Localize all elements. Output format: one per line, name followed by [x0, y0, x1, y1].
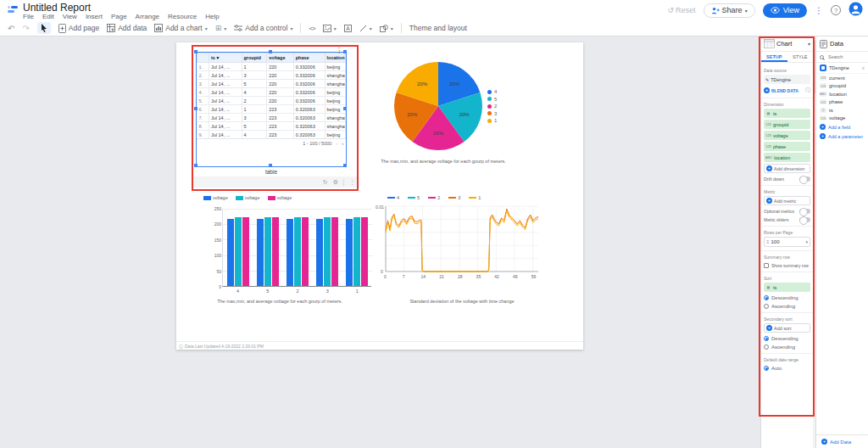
add-parameter-link[interactable]: + Add a parameter — [816, 132, 868, 141]
undo-button[interactable]: ↶ — [8, 24, 14, 33]
secondary-descending-radio[interactable] — [764, 336, 769, 341]
sort-descending-radio[interactable] — [764, 295, 769, 300]
view-button[interactable]: View — [763, 3, 807, 18]
legend-item-5[interactable]: 5 — [487, 97, 497, 102]
field-voltage[interactable]: 123voltage — [816, 115, 868, 123]
report-canvas-page[interactable]: ⋮ ts ▾groupidvoltagephaselocation 1.Jul … — [176, 42, 583, 350]
table-chart[interactable]: ts ▾groupidvoltagephaselocation 1.Jul 14… — [197, 53, 346, 148]
avatar[interactable] — [849, 2, 863, 20]
add-data-button[interactable]: Add data — [107, 24, 147, 32]
metric-sliders-toggle[interactable] — [799, 217, 810, 222]
show-summary-row-checkbox[interactable] — [764, 263, 769, 268]
sort-ascending-radio[interactable] — [764, 304, 769, 309]
add-chart-button[interactable]: Add a chart▾ — [154, 24, 208, 32]
blend-data-link[interactable]: + BLEND DATA ⓘ — [764, 87, 810, 94]
dimension-chip-ts[interactable]: ▦ts — [764, 109, 810, 118]
menu-arrange[interactable]: Arrange — [136, 13, 159, 20]
column-header-voltage[interactable]: voltage — [267, 53, 294, 63]
line-legend-item-2[interactable]: 2 — [428, 195, 440, 200]
selection-handle[interactable] — [343, 50, 347, 53]
field-ts[interactable]: ◷ts — [816, 106, 868, 115]
line-tool-button[interactable]: ▾ — [359, 25, 372, 32]
community-visualizations-button[interactable]: ⊞▾ — [215, 24, 227, 32]
data-source-row[interactable]: TDengine ≡ — [816, 63, 868, 74]
shape-tool-button[interactable]: ▾ — [380, 25, 393, 32]
selection-handle[interactable] — [194, 107, 198, 110]
add-page-button[interactable]: Add page — [58, 24, 99, 33]
bar-legend-item-0[interactable]: voltage — [203, 195, 228, 200]
field-current[interactable]: 123current — [816, 74, 868, 82]
dimension-chip-location[interactable]: ABClocation — [764, 153, 810, 162]
redo-button[interactable]: ↷ — [22, 24, 29, 33]
bar-legend-item-1[interactable]: voltage — [236, 195, 260, 200]
column-header-location[interactable]: location — [325, 53, 346, 63]
collapse-fields-icon[interactable]: ≡ — [862, 65, 865, 70]
legend-item-1[interactable]: 1 — [487, 118, 497, 123]
drill-down-toggle[interactable] — [799, 176, 810, 182]
field-search[interactable] — [816, 52, 868, 63]
embed-url-button[interactable]: <> — [309, 25, 314, 32]
add-sort-button[interactable]: + Add sort — [764, 323, 810, 333]
reset-button[interactable]: ↺ Reset — [668, 6, 696, 14]
report-title[interactable]: Untitled Report — [23, 2, 91, 14]
tab-setup[interactable]: SETUP — [761, 52, 787, 62]
gear-icon[interactable]: ⚙ — [333, 179, 338, 186]
refresh-icon[interactable]: ↻ — [323, 179, 328, 186]
bar-legend-item-2[interactable]: voltage — [268, 195, 292, 200]
menu-file[interactable]: File — [23, 13, 34, 20]
add-metric-button[interactable]: + Add metric — [764, 196, 810, 205]
selection-handle[interactable] — [343, 164, 347, 167]
share-button[interactable]: Share ▾ — [704, 3, 755, 18]
selection-handle[interactable] — [343, 107, 347, 110]
add-data-button[interactable]: + Add Data — [816, 434, 868, 448]
dimension-chip-phase[interactable]: 123phase — [764, 142, 810, 151]
tab-style[interactable]: STYLE — [787, 52, 814, 62]
page-next-icon[interactable]: › — [342, 141, 343, 146]
secondary-ascending-radio[interactable] — [764, 344, 769, 350]
column-header-phase[interactable]: phase — [293, 53, 325, 63]
search-input[interactable] — [826, 53, 859, 60]
add-field-link[interactable]: + Add a field — [816, 122, 868, 132]
field-location[interactable]: ABClocation — [816, 90, 868, 98]
selection-handle[interactable] — [194, 50, 198, 53]
field-groupid[interactable]: 123groupid — [816, 82, 868, 91]
add-control-button[interactable]: Add a control▾ — [234, 24, 292, 32]
selection-handle[interactable] — [194, 164, 198, 167]
auto-date-range-radio[interactable] — [764, 366, 769, 371]
dimension-chip-voltage[interactable]: 123voltage — [764, 131, 810, 140]
help-icon[interactable]: ? — [831, 5, 841, 15]
pie-chart[interactable]: 20%20%20%20%20% — [393, 61, 483, 154]
data-source-chip[interactable]: ✎ TDengine — [764, 75, 810, 84]
line-legend-item-1[interactable]: 1 — [469, 195, 481, 200]
line-legend-item-5[interactable]: 5 — [408, 195, 420, 200]
column-header-groupid[interactable]: groupid — [242, 53, 267, 63]
select-tool-button[interactable] — [37, 22, 51, 34]
legend-item-3[interactable]: 3 — [487, 111, 497, 116]
field-phase[interactable]: 123phase — [816, 98, 868, 107]
column-header-ts[interactable]: ts ▾ — [209, 53, 242, 63]
line-chart[interactable]: 45231 07142128354249560.010 Standard dev… — [377, 193, 547, 305]
rows-per-page-select[interactable]: ≡ 100 ▾ — [764, 237, 810, 247]
menu-view[interactable]: View — [63, 13, 77, 20]
table-header[interactable]: ts ▾groupidvoltagephaselocation — [198, 53, 346, 63]
table-chart-menu-icon[interactable]: ⋮ — [336, 47, 342, 54]
bar-chart[interactable]: voltagevoltagevoltage 050100150200250452… — [195, 193, 364, 305]
menu-insert[interactable]: Insert — [86, 13, 103, 20]
menu-help[interactable]: Help — [205, 13, 219, 20]
selection-handle[interactable] — [269, 164, 272, 167]
line-legend-item-4[interactable]: 4 — [387, 195, 399, 200]
legend-item-4[interactable]: 4 — [487, 89, 497, 94]
selection-handle[interactable] — [269, 50, 272, 53]
menu-edit[interactable]: Edit — [42, 13, 54, 20]
menu-resource[interactable]: Resource — [168, 13, 197, 20]
strip-menu-icon[interactable]: ⋮ — [349, 179, 355, 186]
more-options-icon[interactable]: ⋮ — [815, 6, 823, 15]
optional-metrics-toggle[interactable] — [799, 209, 810, 214]
legend-item-2[interactable]: 2 — [487, 104, 497, 109]
image-button[interactable]: ▾ — [323, 25, 337, 32]
dimension-chip-groupid[interactable]: 123groupid — [764, 120, 810, 129]
theme-layout-button[interactable]: Theme and layout — [409, 24, 467, 32]
page-prev-icon[interactable]: ‹ — [336, 141, 337, 146]
line-legend-item-3[interactable]: 3 — [448, 195, 460, 200]
chevron-down-icon[interactable]: ▾ — [808, 41, 810, 47]
